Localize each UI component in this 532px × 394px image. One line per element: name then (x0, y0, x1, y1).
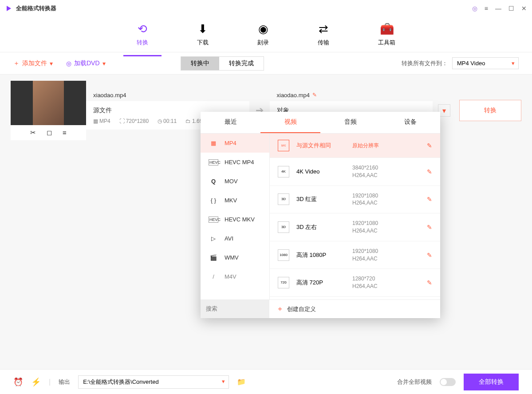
edit-preset-icon[interactable]: ✎ (427, 279, 432, 286)
format-search-box[interactable] (201, 300, 269, 318)
create-custom-label: 创建自定义 (287, 305, 316, 313)
format-item-avi[interactable]: ▷AVI (201, 229, 269, 248)
dropdown-caret-icon: ▾ (102, 60, 106, 67)
tab-convert[interactable]: ⟲ 转换 (128, 20, 157, 49)
format-picker-popup: 最近 视频 音频 设备 ▦MP4 HEVCHEVC MP4 QMOV { }MK… (201, 112, 440, 318)
toolbar: ＋ 添加文件 ▾ ◎ 加载DVD ▾ 转换中 转换完成 转换所有文件到： MP4… (0, 52, 532, 75)
toolbox-icon: 🧰 (380, 22, 394, 36)
gpu-accel-icon[interactable]: ⚡ (31, 377, 41, 387)
merge-toggle[interactable] (440, 378, 456, 386)
popup-tab-recent[interactable]: 最近 (201, 112, 260, 133)
create-custom-button[interactable]: ＋ 创建自定义 (269, 300, 440, 318)
src-format: ▦ MP4 (93, 118, 110, 124)
load-dvd-button[interactable]: ◎ 加载DVD ▾ (66, 59, 106, 67)
tab-burn[interactable]: ◉ 刻录 (248, 20, 278, 49)
maximize-icon[interactable]: ☐ (508, 5, 514, 12)
output-format-value: MP4 Video (457, 60, 485, 67)
tab-transfer-label: 传输 (318, 39, 329, 47)
transfer-icon: ⇄ (319, 22, 328, 36)
edit-preset-icon[interactable]: ✎ (427, 252, 432, 259)
edit-preset-icon[interactable]: ✎ (427, 224, 432, 231)
disc-icon: ◎ (66, 60, 71, 67)
src-resolution: ⛶ 720*1280 (119, 118, 149, 124)
tab-toolbox[interactable]: 🧰 工具箱 (369, 20, 404, 49)
format-item-mkv[interactable]: { }MKV (201, 191, 269, 210)
preset-same-as-source[interactable]: src 与源文件相同 原始分辨率 ✎ (270, 134, 440, 158)
format-item-mov[interactable]: QMOV (201, 172, 269, 191)
edit-preset-icon[interactable]: ✎ (427, 142, 432, 149)
mkv-icon: { } (209, 197, 218, 204)
svg-marker-0 (7, 6, 11, 11)
preset-1080p[interactable]: 1080 高清 1080P 1920*1080H264,AAC ✎ (270, 241, 440, 269)
preset-720p[interactable]: 720 高清 720P 1280*720H264,AAC ✎ (270, 269, 440, 297)
play-circle-icon: ▷ (209, 235, 218, 242)
tab-download-label: 下载 (197, 39, 209, 47)
edit-preset-icon[interactable]: ✎ (427, 196, 432, 203)
content-area: ✂ ◻ ≡ xiaodao.mp4 源文件 ▦ MP4 ⛶ 720*1280 ◷… (0, 75, 532, 369)
trim-icon[interactable]: ✂ (30, 129, 36, 137)
dropdown-caret-icon: ▾ (50, 60, 53, 67)
app-title: 全能格式转换器 (16, 4, 472, 12)
convert-all-button[interactable]: 全部转换 (464, 374, 519, 390)
plus-icon: ＋ (276, 304, 284, 314)
source-icon: src (278, 140, 289, 151)
titlebar: 全能格式转换器 ◎ ≡ — ☐ ✕ (0, 0, 532, 17)
menu-icon[interactable]: ≡ (485, 5, 488, 12)
1080p-icon: 1080 (278, 249, 289, 261)
add-file-button[interactable]: ＋ 添加文件 ▾ (13, 59, 53, 67)
download-icon: ⬇ (198, 22, 208, 36)
preset-4k[interactable]: 4K 4K Video 3840*2160H264,AAC ✎ (270, 158, 440, 186)
main-nav: ⟲ 转换 ⬇ 下载 ◉ 刻录 ⇄ 传输 🧰 工具箱 (0, 17, 532, 52)
hevc-icon: HEVC (209, 159, 218, 165)
popup-tab-audio[interactable]: 音频 (320, 112, 380, 133)
open-folder-icon[interactable]: 📁 (237, 378, 246, 386)
output-path-dropdown[interactable]: E:\全能格式转换器\Converted (78, 375, 229, 389)
tab-toolbox-label: 工具箱 (378, 39, 395, 47)
format-item-m4v[interactable]: /M4V (201, 267, 269, 286)
plus-icon: ＋ (13, 59, 20, 67)
film-icon: ▦ (209, 140, 218, 146)
src-duration: ◷ 00:11 (158, 118, 177, 124)
popup-tab-device[interactable]: 设备 (380, 112, 440, 133)
hevc-icon: HEVC (209, 217, 218, 223)
output-format-dropdown[interactable]: MP4 Video (452, 57, 519, 69)
bottom-bar: ⏰ ⚡ | 输出 E:\全能格式转换器\Converted 📁 合并全部视频 全… (0, 369, 532, 394)
clapper-icon: 🎬 (209, 254, 218, 261)
format-search-input[interactable] (206, 305, 264, 312)
conversion-state-segmented: 转换中 转换完成 (181, 56, 264, 71)
4k-icon: 4K (278, 166, 289, 177)
format-item-hevc-mp4[interactable]: HEVCHEVC MP4 (201, 153, 269, 172)
popup-tab-video[interactable]: 视频 (260, 112, 320, 133)
seg-done[interactable]: 转换完成 (219, 57, 264, 70)
format-item-wmv[interactable]: 🎬WMV (201, 248, 269, 267)
tab-burn-label: 刻录 (257, 39, 269, 47)
close-icon[interactable]: ✕ (521, 5, 527, 12)
tab-transfer[interactable]: ⇄ 传输 (309, 20, 338, 49)
edit-preset-icon[interactable]: ✎ (427, 168, 432, 175)
convert-button[interactable]: 转换 (459, 100, 521, 121)
edit-name-icon[interactable]: ✎ (312, 92, 317, 98)
preset-3d-rb[interactable]: 3D 3D 红蓝 1920*1080H264,AAC ✎ (270, 186, 440, 214)
format-item-mp4[interactable]: ▦MP4 (201, 134, 269, 153)
3d-rb-icon: 3D (278, 193, 289, 205)
3d-lr-icon: 3D (278, 221, 289, 233)
load-dvd-label: 加载DVD (74, 59, 100, 67)
video-thumbnail[interactable] (11, 81, 86, 125)
schedule-icon[interactable]: ⏰ (13, 377, 23, 387)
quicktime-icon: Q (209, 178, 218, 185)
adjust-icon[interactable]: ≡ (63, 129, 67, 137)
user-icon[interactable]: ◎ (472, 5, 477, 12)
preset-list: src 与源文件相同 原始分辨率 ✎ 4K 4K Video 3840*2160… (269, 134, 440, 299)
convert-icon: ⟲ (138, 22, 147, 36)
seg-converting[interactable]: 转换中 (181, 57, 219, 70)
app-logo-icon (5, 5, 12, 12)
tab-download[interactable]: ⬇ 下载 (188, 20, 217, 49)
format-item-hevc-mkv[interactable]: HEVCHEVC MKV (201, 210, 269, 229)
minimize-icon[interactable]: — (495, 5, 501, 12)
merge-label: 合并全部视频 (397, 378, 432, 386)
add-file-label: 添加文件 (22, 59, 47, 67)
crop-icon[interactable]: ◻ (47, 129, 52, 137)
preset-3d-lr[interactable]: 3D 3D 左右 1920*1080H264,AAC ✎ (270, 213, 440, 241)
output-path-value: E:\全能格式转换器\Converted (83, 378, 159, 385)
target-filename: xiaodao.mp4 (277, 92, 310, 98)
